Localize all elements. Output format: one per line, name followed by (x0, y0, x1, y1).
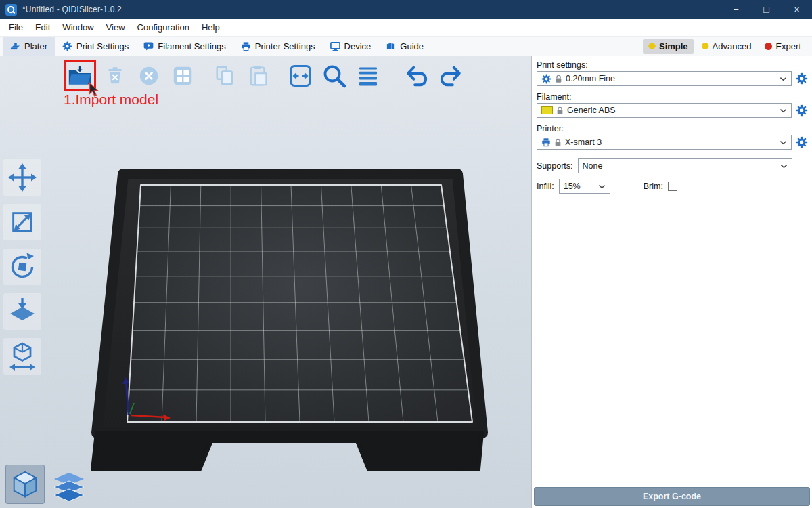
preview-layers-button[interactable] (50, 470, 88, 504)
filament-icon (143, 41, 154, 51)
tab-label: Guide (400, 41, 424, 51)
tab-label: Printer Settings (255, 41, 315, 51)
menu-item-help[interactable]: Help (196, 19, 226, 37)
maximize-button[interactable]: □ (751, 0, 782, 19)
tab-plater[interactable]: Plater (3, 37, 55, 56)
gear-icon (796, 104, 808, 117)
brim-label: Brim: (644, 182, 663, 191)
printer-icon (241, 41, 251, 51)
export-gcode-button[interactable]: Export G-code (534, 487, 810, 506)
mode-expert-dot-icon (765, 43, 772, 50)
menu-item-view[interactable]: View (100, 19, 131, 37)
paste-button[interactable] (244, 61, 273, 91)
printer-combo[interactable]: X-smart 3 (537, 135, 792, 150)
settings-panel: Print settings: 0.20mm Fine Filament: Ge… (531, 56, 812, 508)
search-icon (321, 62, 348, 89)
mode-label: Expert (775, 41, 801, 51)
menu-item-configuration[interactable]: Configuration (131, 19, 196, 37)
printer-icon (541, 137, 551, 147)
minimize-button[interactable]: − (721, 0, 751, 19)
infill-label: Infill: (537, 182, 554, 191)
printer-value: X-smart 3 (565, 137, 602, 147)
tab-label: Filament Settings (158, 41, 225, 51)
tab-device[interactable]: Device (323, 37, 379, 56)
gear-icon (796, 72, 808, 85)
device-monitor-icon (330, 41, 340, 51)
place-on-face-icon (7, 297, 37, 326)
mode-switcher: Simple Advanced Expert (643, 37, 809, 56)
tab-label: Device (344, 41, 371, 51)
search-button[interactable] (319, 61, 349, 91)
gizmo-place-on-face-button[interactable] (3, 293, 41, 330)
filament-value: Generic ABS (567, 106, 616, 115)
tabbar: Plater Print Settings Filament Settings … (0, 37, 812, 56)
mode-simple[interactable]: Simple (643, 39, 694, 54)
redo-button[interactable] (436, 61, 466, 91)
tab-print-settings[interactable]: Print Settings (55, 37, 136, 56)
tab-printer-settings[interactable]: Printer Settings (233, 37, 323, 56)
chevron-down-icon (780, 164, 788, 169)
gear-icon (796, 136, 808, 148)
infill-value: 15% (564, 182, 581, 191)
copy-icon (213, 64, 236, 87)
supports-value: None (583, 161, 603, 171)
window-controls: − □ × (721, 0, 812, 19)
app-logo-icon (5, 4, 17, 16)
copy-button[interactable] (210, 61, 240, 91)
plater-toolbar (64, 60, 466, 91)
window-title: *Untitled - QIDISlicer-1.0.2 (22, 5, 122, 14)
menu-item-edit[interactable]: Edit (29, 19, 56, 37)
filament-combo[interactable]: Generic ABS (537, 103, 792, 118)
printer-label: Printer: (537, 124, 809, 133)
mode-expert[interactable]: Expert (759, 39, 807, 54)
filament-color-swatch (541, 106, 553, 114)
chevron-down-icon (780, 108, 787, 113)
split-button[interactable] (286, 61, 315, 91)
scale-icon (8, 208, 37, 236)
delete-button[interactable] (100, 61, 130, 91)
undo-button[interactable] (402, 61, 432, 91)
filament-gear-button[interactable] (794, 103, 809, 118)
mode-advanced[interactable]: Advanced (696, 39, 757, 54)
printer-gear-button[interactable] (794, 135, 809, 150)
menubar: File Edit Window View Configuration Help (0, 19, 812, 37)
mode-advanced-dot-icon (702, 43, 709, 50)
guide-book-icon (386, 41, 396, 51)
variable-layer-height-button[interactable] (353, 61, 383, 91)
tab-guide[interactable]: Guide (378, 37, 431, 56)
print-settings-value: 0.20mm Fine (566, 74, 615, 83)
layer-height-icon (356, 64, 380, 88)
close-button[interactable]: × (782, 0, 812, 19)
chevron-down-icon (598, 184, 606, 189)
print-settings-combo[interactable]: 0.20mm Fine (537, 71, 792, 86)
sliced-layers-icon (51, 471, 87, 503)
brim-checkbox[interactable] (668, 182, 677, 191)
gizmo-scale-button[interactable] (3, 204, 41, 240)
arrange-button[interactable] (168, 61, 198, 91)
print-settings-gear-button[interactable] (794, 71, 809, 86)
menu-item-window[interactable]: Window (56, 19, 99, 37)
chevron-down-icon (780, 77, 787, 81)
tab-filament-settings[interactable]: Filament Settings (136, 37, 233, 56)
gizmo-rotate-button[interactable] (3, 249, 41, 285)
lock-icon (556, 106, 564, 115)
tab-label: Plater (24, 41, 47, 51)
delete-all-button[interactable] (134, 61, 164, 91)
viewport-3d[interactable]: 1.Import model (0, 56, 531, 508)
mode-label: Advanced (713, 41, 752, 51)
filament-label: Filament: (537, 92, 809, 102)
titlebar: *Untitled - QIDISlicer-1.0.2 − □ × (0, 0, 812, 19)
print-settings-label: Print settings: (537, 60, 809, 70)
menu-item-file[interactable]: File (3, 19, 29, 37)
3d-editor-view-button[interactable] (5, 465, 45, 504)
gizmo-measure-button[interactable] (3, 338, 41, 375)
gear-icon (541, 74, 551, 84)
infill-combo[interactable]: 15% (559, 179, 610, 194)
split-icon (288, 64, 313, 88)
gizmo-move-button[interactable] (3, 159, 41, 196)
chevron-down-icon (780, 140, 787, 145)
lock-icon (554, 138, 562, 147)
supports-combo[interactable]: None (578, 158, 792, 173)
print-area (127, 185, 472, 422)
view-mode-buttons (5, 465, 88, 504)
